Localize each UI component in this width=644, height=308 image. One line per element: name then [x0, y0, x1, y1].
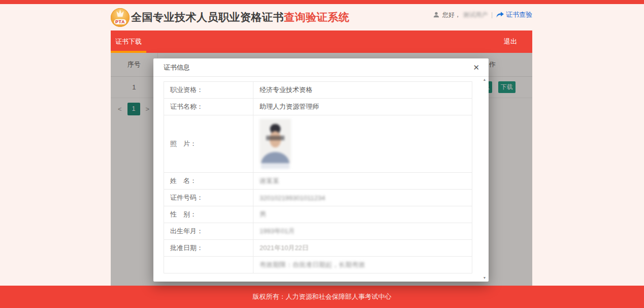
user-icon: [433, 11, 440, 18]
certificate-info-modal: 证书信息 ✕ 职业资格： 经济专业技术资格 证书名称： 助理人力资源管理师 照 …: [153, 58, 489, 282]
name-value-masked: 谢某某: [260, 177, 279, 184]
scroll-down-icon[interactable]: ▼: [483, 276, 487, 280]
birth-value-masked: 1993年01月: [260, 227, 295, 235]
extra-label: [164, 257, 253, 273]
main-nav: 证书下载 退出: [111, 30, 532, 53]
separator: |: [491, 11, 493, 18]
user-area: 您好， 测试用户 | 证书查验: [433, 9, 532, 19]
cert-name-value: 助理人力资源管理师: [253, 99, 472, 115]
row-birth: 出生年月： 1993年01月: [164, 223, 472, 240]
tab-cert-download[interactable]: 证书下载: [111, 30, 146, 53]
username-masked: 测试用户: [463, 11, 488, 19]
id-number-value-masked: 320102199301011234: [260, 194, 325, 202]
cert-name-label: 证书名称：: [164, 99, 253, 115]
row-approval-date: 批准日期： 2021年10月22日: [164, 240, 472, 257]
row-occupation: 职业资格： 经济专业技术资格: [164, 82, 472, 99]
scroll-up-icon[interactable]: ▲: [483, 78, 487, 82]
row-extra: 有效期限：自批准日期起，长期有效: [164, 257, 472, 273]
modal-body: 职业资格： 经济专业技术资格 证书名称： 助理人力资源管理师 照 片： 姓 名：…: [153, 77, 489, 273]
verify-link[interactable]: 证书查验: [496, 10, 532, 19]
gender-value-masked: 男: [260, 210, 266, 218]
site-header: PTA 全国专业技术人员职业资格证书 查询验证系统 您好， 测试用户 | 证书查…: [111, 4, 532, 30]
certificate-detail-table: 职业资格： 经济专业技术资格 证书名称： 助理人力资源管理师 照 片： 姓 名：…: [164, 81, 472, 273]
gender-label: 性 别：: [164, 206, 253, 223]
modal-scrollbar[interactable]: ▲ ▼: [481, 78, 488, 280]
row-gender: 性 别： 男: [164, 206, 472, 223]
logout-button[interactable]: 退出: [504, 37, 532, 46]
site-title-accent: 查询验证系统: [284, 10, 349, 24]
verify-link-label: 证书查验: [506, 10, 532, 19]
row-id-number: 证件号码： 320102199301011234: [164, 190, 472, 206]
share-arrow-icon: [496, 12, 504, 18]
pta-logo: PTA: [111, 8, 130, 27]
row-photo: 照 片：: [164, 115, 472, 173]
modal-header: 证书信息 ✕: [153, 58, 489, 77]
extra-value-masked: 有效期限：自批准日期起，长期有效: [260, 261, 365, 268]
greeting-text: 您好，: [442, 11, 461, 19]
site-footer: 版权所有：人力资源和社会保障部人事考试中心: [0, 286, 644, 308]
approval-date-value-masked: 2021年10月22日: [260, 244, 309, 252]
logo-flame-icon: [114, 10, 126, 19]
close-icon[interactable]: ✕: [473, 64, 479, 71]
name-label: 姓 名：: [164, 173, 253, 190]
copyright-text: 版权所有：人力资源和社会保障部人事考试中心: [253, 292, 392, 301]
certificate-photo: [260, 119, 291, 169]
row-name: 姓 名： 谢某某: [164, 173, 472, 190]
site-title-main: 全国专业技术人员职业资格证书: [131, 10, 284, 24]
top-red-strip: [0, 0, 644, 4]
id-number-label: 证件号码：: [164, 190, 253, 206]
occupation-value: 经济专业技术资格: [253, 82, 472, 99]
approval-date-label: 批准日期：: [164, 240, 253, 257]
modal-title: 证书信息: [164, 63, 190, 72]
logo-pta-text: PTA: [114, 19, 126, 24]
photo-cell: [253, 115, 472, 173]
occupation-label: 职业资格：: [164, 82, 253, 99]
row-cert-name: 证书名称： 助理人力资源管理师: [164, 99, 472, 115]
brand: PTA 全国专业技术人员职业资格证书 查询验证系统: [111, 8, 349, 27]
birth-label: 出生年月：: [164, 223, 253, 240]
photo-label: 照 片：: [164, 115, 253, 173]
